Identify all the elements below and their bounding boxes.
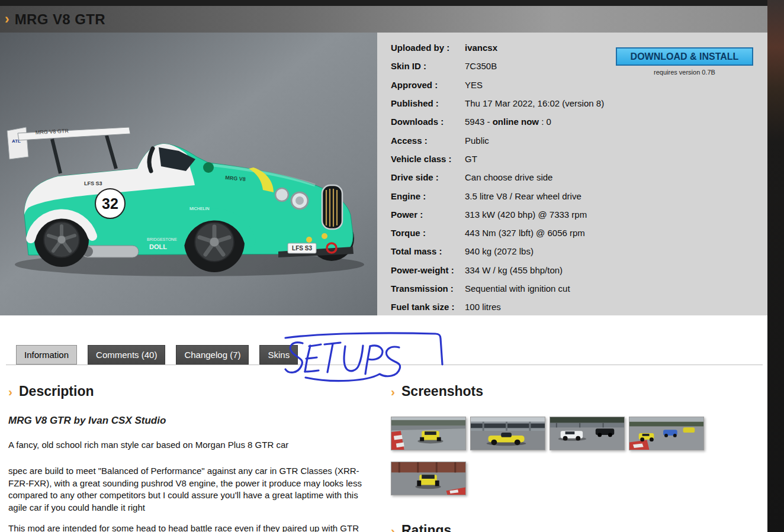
- detail-label: Torque :: [391, 228, 465, 238]
- detail-row-drive-side: Drive side : Can choose drive side: [391, 168, 767, 186]
- media-row: ATL MRG V8 GTR: [0, 33, 767, 315]
- annotation-letter-s2: [306, 347, 400, 381]
- browser-background-strip: [767, 0, 784, 532]
- description-subtitle: MRG V8 GTR by Ivan CSX Studio: [8, 415, 375, 427]
- front-grille: [322, 185, 342, 229]
- screenshot-image-5: [391, 462, 465, 495]
- detail-value: Can choose drive side: [465, 172, 552, 182]
- detail-row-approved: Approved : YES: [391, 76, 767, 94]
- detail-label: Approved :: [391, 80, 465, 90]
- detail-row-power: Power : 313 kW (420 bhp) @ 7333 rpm: [391, 205, 767, 224]
- detail-value: 443 Nm (327 lbft) @ 6056 rpm: [465, 228, 585, 238]
- screenshot-image-4: [629, 417, 703, 450]
- screenshot-grid: [391, 417, 711, 495]
- detail-label: Fuel tank size :: [391, 302, 465, 312]
- detail-row-power-weight: Power-weight : 334 W / kg (455 bhp/ton): [391, 261, 767, 279]
- detail-label: Transmission :: [391, 283, 465, 294]
- screenshot-thumbnail-5[interactable]: [391, 462, 466, 495]
- screenshot-thumbnail-4[interactable]: [629, 417, 704, 450]
- detail-label: Access :: [391, 136, 465, 146]
- detail-value: 334 W / kg (455 bhp/ton): [465, 265, 563, 275]
- screenshot-image-3: [550, 417, 624, 450]
- detail-value: YES: [465, 80, 483, 90]
- requires-version-note: requires version 0.7B: [616, 69, 753, 76]
- vehicle-render: ATL MRG V8 GTR: [0, 33, 377, 315]
- detail-row-fuel-tank: Fuel tank size : 100 litres: [391, 298, 767, 315]
- detail-value: GT: [465, 154, 477, 164]
- detail-row-total-mass: Total mass : 940 kg (2072 lbs): [391, 242, 767, 260]
- screenshot-image-1: [391, 417, 465, 450]
- description-heading-text: Description: [19, 383, 94, 399]
- detail-value: 100 litres: [465, 302, 501, 312]
- detail-value: 5943 - online now : 0: [465, 117, 551, 127]
- sill-sticker-2: DOLL: [149, 243, 167, 250]
- screenshot-thumbnail-1[interactable]: [391, 417, 466, 450]
- detail-value: 3.5 litre V8 / Rear wheel drive: [465, 191, 581, 201]
- mod-page: › MRG V8 GTR: [0, 6, 767, 532]
- detail-label: Vehicle class :: [391, 154, 465, 164]
- download-install-button[interactable]: DOWNLOAD & INSTALL: [616, 47, 753, 66]
- detail-value: Public: [465, 136, 489, 146]
- detail-label: Published :: [391, 98, 465, 108]
- fender-sticker: MICHELIN: [189, 207, 209, 211]
- detail-row-transmission: Transmission : Sequential with ignition …: [391, 279, 767, 298]
- screenshot-thumbnail-3[interactable]: [550, 417, 625, 450]
- vehicle-preview-image[interactable]: ATL MRG V8 GTR: [0, 33, 377, 315]
- detail-row-access: Access : Public: [391, 131, 767, 149]
- license-plate-text: LFS S3: [292, 245, 312, 252]
- section-chevron-icon: ›: [8, 385, 12, 399]
- page-title: MRG V8 GTR: [15, 11, 105, 28]
- race-number: 32: [102, 195, 118, 212]
- race-number-roundel: 32: [95, 189, 125, 218]
- detail-value: Thu 17 Mar 2022, 16:02 (version 8): [465, 98, 604, 108]
- setups-handwritten-annotation: SETUPS: [283, 328, 455, 387]
- detail-row-engine: Engine : 3.5 litre V8 / Rear wheel drive: [391, 186, 767, 205]
- detail-label: Uploaded by :: [391, 43, 465, 53]
- section-chevron-icon: ›: [391, 524, 395, 532]
- detail-label: Power-weight :: [391, 265, 465, 275]
- description-paragraph-clipped: This mod are intended for some head to h…: [8, 523, 375, 532]
- detail-value: Sequential with ignition cut: [465, 283, 570, 294]
- sill-sticker-1: BRIDGESTONE: [147, 237, 177, 241]
- detail-row-torque: Torque : 443 Nm (327 lbft) @ 6056 rpm: [391, 224, 767, 242]
- detail-label: Power :: [391, 209, 465, 220]
- annotation-letter-s1: [285, 343, 303, 373]
- detail-value: 7C350B: [465, 61, 497, 71]
- screenshots-section: › Screenshots: [391, 383, 764, 532]
- detail-label: Drive side :: [391, 172, 465, 182]
- detail-row-published: Published : Thu 17 Mar 2022, 16:02 (vers…: [391, 94, 767, 112]
- detail-label: Downloads :: [391, 117, 465, 127]
- side-exhaust: [82, 246, 139, 257]
- tab-comments[interactable]: Comments (40): [88, 345, 165, 365]
- description-paragraph: A fancy, old school rich man style car b…: [8, 439, 375, 452]
- page-header: › MRG V8 GTR: [0, 6, 767, 33]
- detail-value: 313 kW (420 bhp) @ 7333 rpm: [465, 209, 587, 220]
- tab-changelog[interactable]: Changelog (7): [176, 345, 249, 365]
- annotation-letter-u: [344, 346, 363, 371]
- detail-label: Total mass :: [391, 246, 465, 256]
- ratings-heading-text: Ratings: [401, 523, 451, 532]
- side-class-text: LFS S3: [84, 180, 102, 186]
- detail-label: Engine :: [391, 191, 465, 201]
- detail-value: 940 kg (2072 lbs): [465, 246, 534, 256]
- detail-row-vehicle-class: Vehicle class : GT: [391, 150, 767, 168]
- screenshot-image-2: [471, 417, 545, 450]
- details-panel: DOWNLOAD & INSTALL requires version 0.7B…: [377, 33, 767, 315]
- description-section: › Description MRG V8 GTR by Ivan CSX Stu…: [8, 383, 375, 532]
- detail-value: ivancsx: [465, 43, 497, 53]
- detail-label: Skin ID :: [391, 61, 465, 71]
- download-area: DOWNLOAD & INSTALL requires version 0.7B: [616, 47, 753, 76]
- screenshot-thumbnail-2[interactable]: [470, 417, 545, 450]
- description-paragraph: spec are build to meet "Balanced of Perf…: [8, 465, 375, 514]
- detail-row-downloads: Downloads : 5943 - online now : 0: [391, 112, 767, 131]
- title-chevron-icon: ›: [5, 11, 9, 27]
- hood-roundel: [203, 162, 214, 173]
- tab-information[interactable]: Information: [16, 345, 77, 365]
- ratings-heading: › Ratings: [391, 523, 764, 532]
- tab-bar: Information Comments (40) Changelog (7) …: [16, 345, 298, 365]
